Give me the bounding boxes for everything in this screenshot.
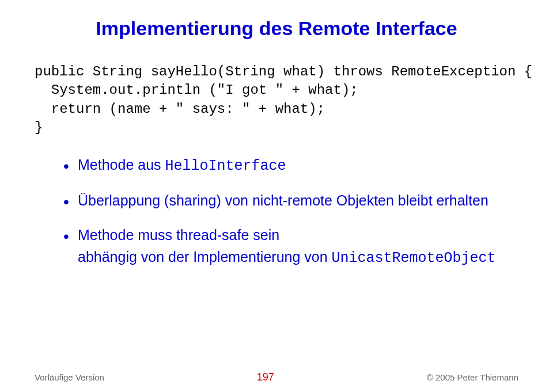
list-item: Überlappung (sharing) von nicht-remote O… xyxy=(63,191,518,211)
footer: Vorläufige Version 197 © 2005 Peter Thie… xyxy=(35,371,518,383)
bullet-mono: HelloInterface xyxy=(165,158,286,174)
slide-title: Implementierung des Remote Interface xyxy=(35,17,518,40)
footer-right: © 2005 Peter Thiemann xyxy=(427,372,518,382)
list-item: Methode muss thread-safe sein abhängig v… xyxy=(63,225,518,268)
bullet-list: Methode aus HelloInterface Überlappung (… xyxy=(63,155,518,268)
page-number: 197 xyxy=(257,371,274,383)
list-item: Methode aus HelloInterface xyxy=(63,155,518,176)
footer-left: Vorläufige Version xyxy=(35,372,104,382)
bullet-subline: abhängig von der Implementierung von Uni… xyxy=(78,247,518,268)
bullet-text: Methode aus xyxy=(78,157,165,173)
bullet-text: Überlappung (sharing) von nicht-remote O… xyxy=(78,192,488,208)
code-snippet: public String sayHello(String what) thro… xyxy=(35,63,518,138)
bullet-text: Methode muss thread-safe sein xyxy=(78,227,279,243)
bullet-sub-mono: UnicastRemoteObject xyxy=(332,250,496,267)
bullet-sub-text: abhängig von der Implementierung von xyxy=(78,249,332,265)
